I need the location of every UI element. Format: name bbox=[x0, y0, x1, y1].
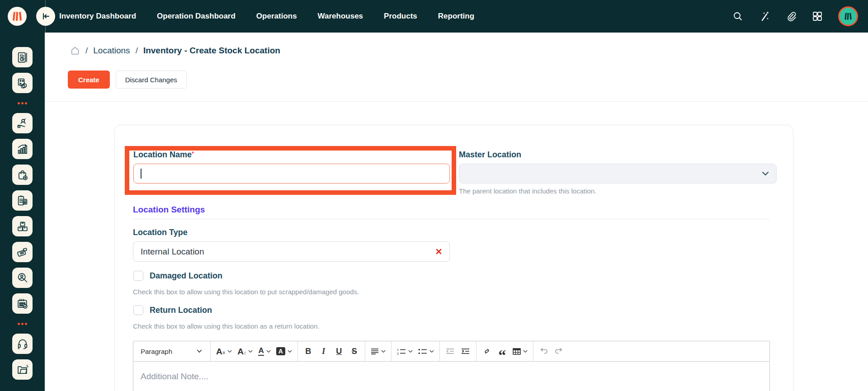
bullet-list-button[interactable] bbox=[415, 342, 437, 360]
sidebar-item-support[interactable] bbox=[12, 334, 33, 354]
italic-button[interactable]: I bbox=[316, 342, 331, 360]
app-logo[interactable] bbox=[8, 7, 27, 26]
chevron-down-icon bbox=[762, 171, 769, 176]
hr-hand-person-icon bbox=[16, 117, 29, 130]
text-cursor bbox=[141, 169, 142, 179]
page-title: Inventory - Create Stock Location bbox=[143, 46, 280, 56]
avatar-mark-icon bbox=[844, 12, 853, 21]
font-size-button[interactable]: A↕ bbox=[235, 342, 255, 360]
search-button[interactable] bbox=[732, 11, 743, 22]
toolbar-separator bbox=[533, 341, 533, 361]
location-name-input[interactable] bbox=[133, 164, 450, 184]
indent-button[interactable] bbox=[458, 342, 473, 360]
paragraph-style-dropdown[interactable]: Paragraph bbox=[135, 342, 208, 360]
documents-folder-icon bbox=[16, 363, 29, 376]
svg-text:1: 1 bbox=[397, 348, 399, 351]
sidebar-item-inventory[interactable] bbox=[12, 216, 33, 236]
create-button[interactable]: Create bbox=[68, 71, 110, 89]
chevron-down-icon bbox=[429, 350, 434, 353]
magic-wand-button[interactable] bbox=[759, 10, 770, 22]
remove-location-type-button[interactable] bbox=[435, 248, 442, 255]
master-location-select[interactable] bbox=[459, 164, 777, 184]
outdent-button[interactable] bbox=[443, 342, 458, 360]
main-navigation: Inventory Dashboard Operation Dashboard … bbox=[59, 0, 474, 33]
breadcrumb-separator: / bbox=[136, 46, 138, 56]
sidebar-item-documents[interactable] bbox=[12, 359, 33, 380]
chevron-down-icon bbox=[227, 350, 232, 353]
font-family-button[interactable]: A≡ bbox=[213, 342, 235, 360]
home-icon[interactable] bbox=[70, 46, 80, 56]
master-location-helper: The parent location that includes this l… bbox=[459, 187, 596, 195]
numbered-list-button[interactable]: 1 2 bbox=[394, 342, 415, 360]
bold-button[interactable]: B bbox=[301, 342, 316, 360]
nav-reporting[interactable]: Reporting bbox=[438, 12, 474, 21]
damaged-location-row[interactable]: Damaged Location bbox=[133, 271, 222, 281]
sidebar-item-purchase[interactable] bbox=[12, 165, 33, 185]
strikethrough-button[interactable]: S bbox=[347, 342, 362, 360]
nav-operations[interactable]: Operations bbox=[256, 12, 297, 21]
sidebar-item-recruitment[interactable] bbox=[12, 268, 33, 288]
sidebar-ellipsis-divider bbox=[18, 99, 27, 108]
breadcrumb: / Locations / Inventory - Create Stock L… bbox=[70, 46, 280, 56]
location-type-field[interactable]: Internal Location bbox=[133, 241, 450, 262]
toolbar-separator bbox=[210, 341, 211, 361]
sidebar-item-calendar[interactable] bbox=[12, 293, 33, 314]
insert-link-button[interactable] bbox=[479, 342, 495, 360]
calendar-check-icon bbox=[16, 297, 29, 310]
nav-products[interactable]: Products bbox=[384, 12, 417, 21]
sidebar-item-hr-services[interactable] bbox=[12, 113, 33, 133]
sidebar-item-pos[interactable] bbox=[12, 242, 33, 262]
breadcrumb-separator: / bbox=[85, 46, 88, 56]
svg-text:2: 2 bbox=[397, 352, 399, 355]
calculator-finance-icon bbox=[16, 77, 29, 90]
page: Inventory Dashboard Operation Dashboard … bbox=[0, 0, 868, 391]
return-location-label: Return Location bbox=[150, 306, 212, 315]
return-location-row[interactable]: Return Location bbox=[133, 305, 212, 315]
undo-button[interactable] bbox=[536, 342, 552, 360]
apps-grid-icon bbox=[812, 11, 823, 22]
location-name-label: Location Name* bbox=[133, 150, 194, 160]
purchase-bag-plus-icon bbox=[16, 169, 29, 181]
apps-grid-button[interactable] bbox=[812, 11, 823, 22]
damaged-location-checkbox[interactable] bbox=[133, 271, 143, 281]
chevron-down-icon bbox=[288, 350, 292, 353]
underline-button[interactable]: U bbox=[331, 342, 347, 360]
sidebar-item-sales-analytics[interactable] bbox=[12, 139, 33, 159]
nav-inventory-dashboard[interactable]: Inventory Dashboard bbox=[59, 12, 136, 21]
note-textarea[interactable]: Additional Note.... bbox=[133, 362, 770, 391]
highlight-color-button[interactable]: A bbox=[274, 342, 295, 360]
damaged-location-label: Damaged Location bbox=[150, 271, 222, 281]
user-menu-button[interactable] bbox=[838, 6, 858, 26]
toolbar-separator bbox=[439, 341, 440, 361]
toolbar-separator bbox=[391, 341, 392, 361]
breadcrumb-locations[interactable]: Locations bbox=[93, 46, 130, 56]
redo-button[interactable] bbox=[552, 342, 567, 360]
nav-operation-dashboard[interactable]: Operation Dashboard bbox=[157, 12, 236, 21]
return-location-checkbox[interactable] bbox=[133, 305, 143, 315]
table-icon bbox=[513, 348, 521, 355]
header-divider bbox=[45, 101, 868, 102]
collapse-sidebar-button[interactable] bbox=[36, 7, 55, 26]
attachment-icon bbox=[786, 11, 797, 22]
app-sidebar bbox=[0, 33, 45, 391]
bullet-list-icon bbox=[418, 348, 427, 355]
sidebar-item-ledger-report[interactable] bbox=[12, 47, 33, 67]
location-type-label: Location Type bbox=[133, 228, 188, 237]
attachment-button[interactable] bbox=[786, 11, 797, 22]
text-align-button[interactable] bbox=[368, 342, 388, 360]
sidebar-item-billing[interactable] bbox=[12, 190, 33, 211]
insert-table-button[interactable] bbox=[510, 342, 530, 360]
font-color-button[interactable]: A bbox=[255, 342, 273, 360]
master-location-label: Master Location bbox=[459, 150, 521, 160]
support-headset-icon bbox=[16, 338, 29, 350]
section-divider bbox=[133, 219, 770, 219]
toolbar-separator bbox=[476, 341, 476, 361]
pos-terminal-icon bbox=[16, 246, 29, 259]
discard-changes-button[interactable]: Discard Changes bbox=[116, 71, 187, 89]
note-placeholder: Additional Note.... bbox=[141, 372, 208, 381]
blockquote-button[interactable]: “ bbox=[495, 342, 510, 360]
sidebar-item-accounting[interactable] bbox=[12, 73, 33, 93]
nav-warehouses[interactable]: Warehouses bbox=[318, 12, 363, 21]
indent-icon bbox=[461, 348, 470, 354]
link-icon bbox=[483, 347, 491, 355]
